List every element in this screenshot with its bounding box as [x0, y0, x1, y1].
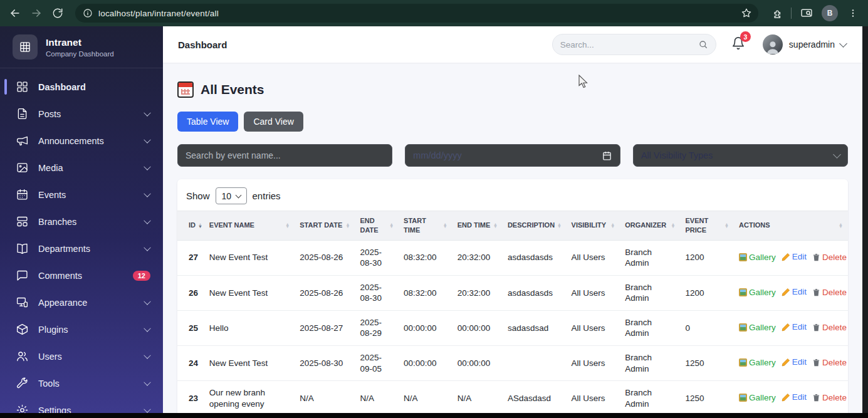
url-text[interactable]: localhost/plan/intranet/event/all	[98, 9, 735, 18]
column-header-start-time[interactable]: START TIME▲▼	[399, 211, 452, 241]
extensions-puzzle-icon[interactable]	[768, 6, 783, 21]
table-row: 26New Event Test2025-08-262025-08-3008:3…	[177, 275, 848, 310]
delete-link[interactable]: Delete	[812, 322, 847, 333]
edit-link[interactable]: Edit	[782, 392, 807, 403]
sidebar-item-tools[interactable]: Tools	[0, 370, 163, 397]
sidebar-item-label: Tools	[38, 379, 135, 389]
browser-menu-icon[interactable]	[845, 6, 860, 21]
event-name-filter-input[interactable]	[186, 150, 384, 160]
tab-search-icon[interactable]	[799, 6, 814, 21]
edit-link[interactable]: Edit	[782, 321, 807, 333]
username-label[interactable]: superadmin	[789, 39, 835, 50]
sidebar-item-dashboard[interactable]: Dashboard	[0, 73, 163, 100]
column-header-end-time[interactable]: END TIME▲▼	[452, 211, 503, 241]
sidebar-item-appearance[interactable]: Appearance	[0, 289, 163, 316]
cell-name: New Event Test	[204, 275, 295, 310]
cell-id: 23	[177, 381, 204, 416]
date-picker-calendar-icon[interactable]	[602, 150, 612, 161]
table-row: 23Our new branh opening evenyN/AN/AN/AN/…	[177, 381, 848, 416]
calendar-icon	[15, 188, 29, 202]
gallery-link[interactable]: Gallery	[739, 287, 776, 298]
browser-profile-avatar[interactable]: B	[822, 5, 838, 21]
gallery-link[interactable]: Gallery	[739, 392, 776, 404]
column-header-actions[interactable]: ACTIONS▲▼	[734, 211, 848, 241]
sidebar-item-users[interactable]: Users	[0, 343, 163, 370]
delete-link[interactable]: Delete	[812, 252, 847, 263]
column-header-start-date[interactable]: START DATE▲▼	[295, 211, 355, 241]
bookmark-star-icon[interactable]	[741, 8, 752, 19]
image-icon	[15, 161, 29, 175]
brand: Intranet Company Dashboard	[0, 26, 163, 68]
gallery-link[interactable]: Gallery	[739, 322, 776, 333]
page-scrollbar[interactable]	[862, 26, 868, 418]
column-header-end-date[interactable]: END DATE▲▼	[355, 211, 399, 241]
cell-start-time: N/A	[399, 381, 452, 416]
sidebar-item-media[interactable]: Media	[0, 154, 163, 181]
cell-description: asdasdasds	[503, 275, 567, 310]
global-search-input[interactable]	[560, 40, 698, 50]
active-indicator	[4, 79, 7, 95]
forward-icon[interactable]	[29, 6, 44, 21]
sidebar-item-label: Events	[38, 190, 135, 200]
gear-icon	[15, 404, 29, 414]
card-view-button[interactable]: Card View	[244, 112, 303, 132]
delete-link[interactable]: Delete	[812, 392, 847, 404]
sidebar-item-posts[interactable]: Posts	[0, 100, 163, 127]
visibility-filter-select[interactable]: All Visibility Types	[633, 144, 848, 167]
cell-start-date: 2025-08-27	[295, 310, 355, 345]
sidebar-item-settings[interactable]: Settings	[0, 397, 163, 413]
sidebar-item-departments[interactable]: Departments	[0, 235, 163, 262]
user-menu-chevron-icon[interactable]	[839, 39, 847, 48]
edit-link[interactable]: Edit	[782, 357, 807, 368]
gallery-link[interactable]: Gallery	[739, 357, 776, 368]
reload-icon[interactable]	[50, 6, 65, 21]
column-header-id[interactable]: ID▲▼	[177, 211, 204, 241]
address-bar[interactable]: localhost/plan/intranet/event/all	[75, 4, 758, 23]
site-info-icon[interactable]	[83, 8, 93, 18]
date-filter[interactable]: mm/dd/yyyy	[405, 144, 620, 167]
sort-icon: ▲▼	[724, 223, 729, 229]
edit-link[interactable]: Edit	[782, 251, 807, 263]
sidebar-item-announcements[interactable]: Announcements	[0, 127, 163, 154]
cell-organizer: Branch Admin	[620, 381, 680, 416]
table-view-button[interactable]: Table View	[177, 112, 238, 132]
cell-end-time: 00:00:00	[452, 310, 503, 345]
search-icon[interactable]	[698, 39, 708, 50]
sidebar-item-events[interactable]: Events	[0, 181, 163, 208]
cell-price: 1200	[680, 240, 734, 275]
cell-end-time: 00:00:00	[452, 345, 503, 380]
edit-link[interactable]: Edit	[782, 286, 807, 298]
back-icon[interactable]	[8, 6, 23, 21]
column-header-visibility[interactable]: VISIBILITY▲▼	[567, 211, 620, 241]
sidebar-item-branches[interactable]: Branches	[0, 208, 163, 235]
sidebar-item-comments[interactable]: Comments 12	[0, 262, 163, 289]
cell-end-date: 2025-08-30	[355, 240, 399, 275]
book-icon	[15, 242, 29, 256]
gallery-link[interactable]: Gallery	[739, 252, 776, 263]
cell-visibility: All Users	[567, 345, 620, 380]
chevron-down-icon	[144, 136, 150, 143]
cell-actions: GalleryEditDelete	[734, 345, 848, 380]
notification-count-badge: 3	[740, 31, 751, 42]
column-header-organizer[interactable]: ORGANIZER▲▼	[620, 211, 680, 241]
sidebar-item-label: Comments	[38, 271, 123, 281]
notifications-button[interactable]: 3	[731, 36, 745, 53]
table-row: 24New Event Test2025-08-302025-09-0500:0…	[177, 345, 848, 380]
user-avatar[interactable]	[763, 34, 783, 55]
delete-link[interactable]: Delete	[812, 357, 847, 368]
sidebar-item-plugins[interactable]: Plugins	[0, 316, 163, 343]
cell-visibility: All Users	[567, 240, 620, 275]
delete-link[interactable]: Delete	[812, 287, 847, 298]
entries-per-page-select[interactable]: 10	[216, 187, 247, 204]
column-header-event-name[interactable]: EVENT NAME▲▼	[204, 211, 295, 241]
cell-start-time: 08:32:00	[399, 240, 452, 275]
visibility-filter-value: All Visibility Types	[641, 150, 834, 160]
column-header-description[interactable]: DESCRIPTION▲▼	[503, 211, 567, 241]
chevron-down-icon	[144, 190, 150, 197]
brand-subtitle: Company Dashboard	[46, 50, 114, 58]
cell-id: 25	[177, 310, 204, 345]
entries-label: entries	[253, 191, 281, 201]
app-logo-grid-icon	[13, 34, 38, 60]
column-header-event-price[interactable]: EVENT PRICE▲▼	[680, 211, 734, 241]
sidebar-item-label: Dashboard	[38, 82, 150, 92]
